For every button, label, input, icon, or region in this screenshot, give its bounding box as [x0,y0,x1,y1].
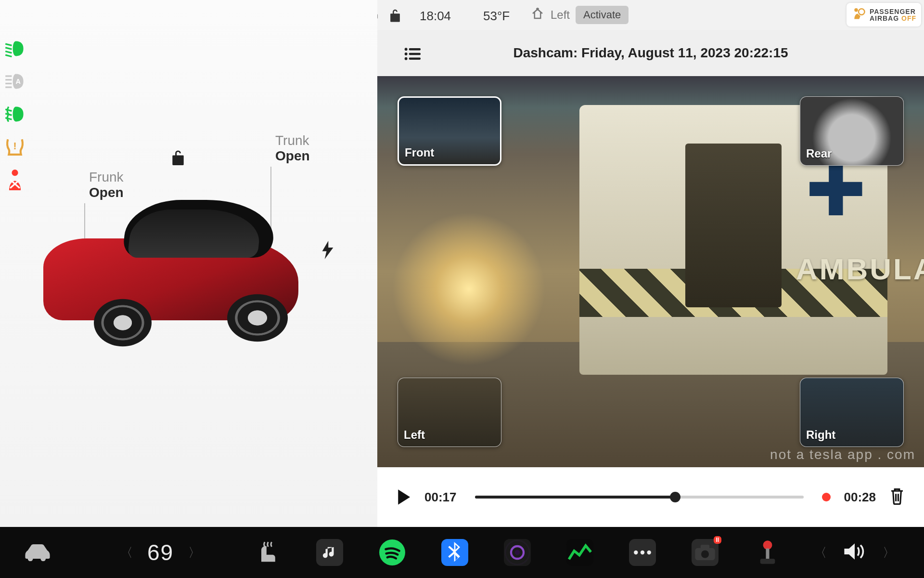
svg-point-30 [701,550,709,558]
volume-icon[interactable] [843,542,866,563]
volume-down-button[interactable]: 〈 [814,544,827,561]
fog-light-icon [4,103,26,125]
svg-point-15 [12,170,18,176]
svg-point-20 [405,57,408,60]
outside-temperature: 53°F [483,9,510,24]
homelink-label: Left [551,8,570,22]
homelink-group: Left Activate [530,6,629,24]
camera-app-button[interactable] [504,539,531,566]
arcade-app-button[interactable] [754,539,781,566]
temp-down-button[interactable]: 〈 [120,544,133,561]
vehicle-status-panel: A ! FrunkOpen TrunkOpen [0,0,377,527]
energy-app-button[interactable] [566,539,593,566]
svg-line-5 [5,55,12,56]
dashcam-viewer: Dashcam: Friday, August 11, 2023 20:22:1… [377,30,924,527]
svg-rect-17 [409,48,421,50]
temp-up-button[interactable]: 〉 [188,544,201,561]
dashcam-header: Dashcam: Friday, August 11, 2023 20:22:1… [377,30,924,76]
vehicle-lock-icon[interactable] [169,148,187,169]
camera-thumb-rear[interactable]: Rear [800,96,904,166]
clock: 18:04 [420,9,451,24]
camera-thumb-right[interactable]: Right [800,378,904,447]
tpms-warning-icon: ! [4,136,26,158]
more-apps-button[interactable] [629,539,656,566]
climate-control: 〈 69 〉 [120,539,201,565]
volume-up-button[interactable]: 〉 [883,544,895,561]
seat-heater-button[interactable] [254,539,281,566]
climate-temp-value[interactable]: 69 [147,539,174,565]
app-tray: II [254,539,781,566]
svg-point-32 [763,540,772,550]
video-watermark: not a tesla app . com [770,447,915,462]
trunk-callout[interactable]: TrunkOpen [275,133,310,164]
svg-line-3 [5,48,12,49]
svg-point-25 [515,550,520,555]
unlock-icon[interactable] [388,8,402,26]
telltale-column: A ! [4,38,26,191]
svg-text:A: A [15,78,20,86]
scrubber[interactable] [475,496,804,499]
svg-line-11 [5,109,12,111]
play-button[interactable] [397,489,411,505]
dashcam-video[interactable]: ✚ AMBULANCE not a tesla app . com Front … [377,76,924,467]
low-beam-icon [4,38,26,60]
spotify-app-button[interactable] [379,539,406,566]
playback-duration: 00:28 [844,490,876,505]
seatbelt-warning-icon [4,169,26,191]
svg-point-16 [405,48,408,51]
vehicle-render [43,185,298,364]
dashcam-controls: 00:17 00:28 [377,467,924,527]
svg-rect-31 [701,545,709,549]
bluetooth-app-button[interactable] [441,539,468,566]
music-app-button[interactable] [316,539,343,566]
dashcam-app-button[interactable]: II [692,539,719,566]
passenger-airbag-badge: PASSENGERAIRBAG OFF [847,3,921,26]
svg-point-18 [405,53,408,55]
airbag-icon [851,6,866,24]
playback-position: 00:17 [424,490,457,505]
dashcam-badge: II [714,536,722,544]
svg-point-26 [634,551,638,554]
charge-port-icon[interactable] [321,241,334,261]
svg-rect-33 [766,549,770,559]
homelink-activate-button[interactable]: Activate [576,6,629,24]
dashcam-title: Dashcam: Friday, August 11, 2023 20:22:1… [513,45,788,61]
clip-list-button[interactable] [404,47,421,63]
camera-thumb-front[interactable]: Front [398,96,501,166]
svg-rect-21 [409,58,421,60]
homelink-icon[interactable] [530,6,545,24]
svg-point-1 [859,9,865,15]
recording-indicator-icon [822,493,831,501]
svg-rect-34 [760,559,775,564]
svg-text:!: ! [13,140,16,151]
car-controls-button[interactable] [22,542,53,563]
svg-point-28 [647,551,651,554]
bottom-dock: 〈 69 〉 [0,527,924,578]
delete-clip-button[interactable] [889,487,905,507]
auto-high-beam-icon: A [4,70,26,92]
volume-control: 〈 〉 [814,542,895,563]
svg-rect-19 [409,53,421,55]
svg-line-2 [5,44,12,45]
svg-line-4 [5,52,12,53]
svg-line-13 [5,118,12,119]
svg-point-27 [641,551,644,554]
camera-thumb-left[interactable]: Left [398,378,501,447]
svg-point-0 [854,8,858,12]
